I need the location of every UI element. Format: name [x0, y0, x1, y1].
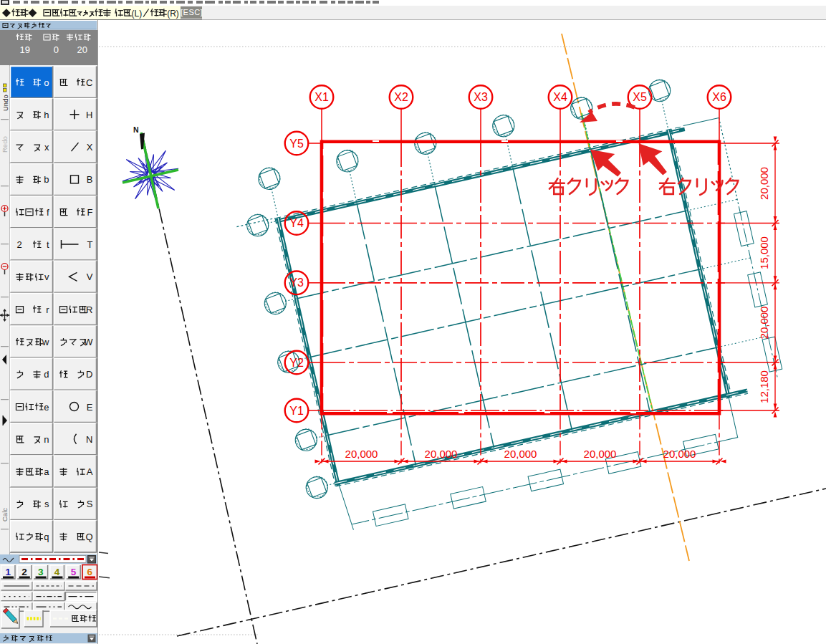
svg-text:X1: X1: [314, 91, 329, 103]
svg-text:N: N: [133, 125, 139, 134]
svg-text:20,000: 20,000: [758, 307, 770, 340]
svg-text:20,000: 20,000: [504, 448, 537, 460]
svg-text:12,180: 12,180: [758, 370, 770, 403]
svg-text:Y2: Y2: [289, 357, 304, 369]
svg-text:20,000: 20,000: [345, 448, 378, 460]
svg-text:20,000: 20,000: [584, 448, 617, 460]
svg-text:15,000: 15,000: [758, 236, 770, 269]
svg-text:X6: X6: [712, 91, 726, 103]
svg-text:Y4: Y4: [289, 217, 304, 229]
svg-text:X5: X5: [633, 91, 647, 103]
svg-text:Y1: Y1: [289, 405, 304, 417]
svg-text:Y3: Y3: [289, 277, 304, 289]
svg-text:X2: X2: [394, 91, 408, 103]
svg-text:X3: X3: [474, 91, 488, 103]
svg-text:20,000: 20,000: [663, 448, 696, 460]
svg-text:20,000: 20,000: [425, 448, 458, 460]
svg-text:X4: X4: [553, 91, 567, 103]
svg-text:20,000: 20,000: [758, 167, 770, 200]
svg-text:Y5: Y5: [289, 138, 304, 150]
